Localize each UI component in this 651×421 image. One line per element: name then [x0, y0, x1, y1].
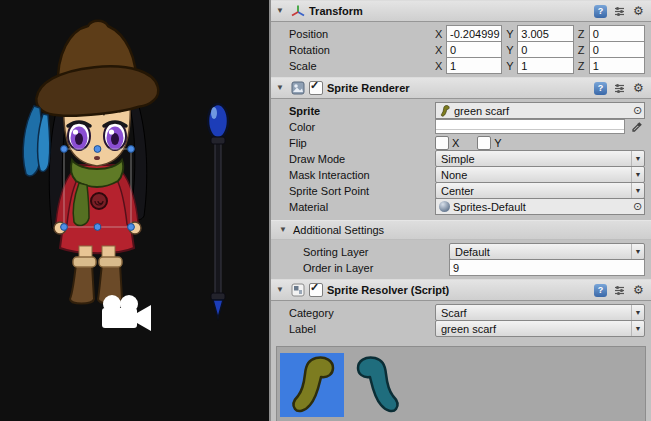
category-row: Category Scarf [277, 305, 645, 320]
help-icon[interactable] [593, 283, 608, 298]
sprite-renderer-header[interactable]: Sprite Renderer [271, 77, 651, 99]
sorting-layer-value: Default [455, 246, 490, 258]
chevron-down-icon [631, 305, 644, 320]
component-title: Sprite Resolver (Script) [327, 284, 449, 296]
foldout-icon[interactable] [279, 226, 289, 234]
mask-interaction-dropdown[interactable]: None [435, 166, 645, 183]
object-picker-icon[interactable] [631, 200, 644, 213]
gear-icon[interactable] [631, 4, 646, 19]
material-value: Sprites-Default [453, 201, 628, 213]
axis-y-label: Y [506, 28, 517, 40]
component-enabled-checkbox[interactable] [309, 283, 323, 297]
camera-gizmo-icon[interactable] [102, 295, 151, 331]
character-sprite[interactable] [23, 21, 160, 304]
gear-icon[interactable] [631, 81, 646, 96]
help-icon[interactable] [593, 4, 608, 19]
sprite-resolver-icon [290, 283, 305, 298]
sprite-renderer-component: Sprite Renderer Sprite [271, 77, 651, 279]
scale-row: Scale X 1 Y 1 Z 1 [277, 58, 645, 73]
axis-y-label: Y [506, 44, 517, 56]
axis-x-label: X [435, 28, 446, 40]
presets-icon[interactable] [612, 283, 627, 298]
sprite-variant-teal-scarf[interactable] [347, 353, 411, 417]
axis-z-label: Z [578, 60, 589, 72]
color-swatch[interactable] [435, 119, 625, 134]
material-row: Material Sprites-Default [277, 199, 645, 214]
sprite-sort-point-row: Sprite Sort Point Center [277, 183, 645, 198]
chevron-down-icon [631, 244, 644, 259]
rotation-z-field[interactable]: 0 [589, 41, 645, 58]
scale-z-field[interactable]: 1 [589, 57, 645, 74]
axis-z-label: Z [578, 44, 589, 56]
chevron-down-icon [631, 183, 644, 198]
sprite-row: Sprite green scarf [277, 103, 645, 118]
foldout-icon[interactable] [276, 7, 286, 15]
axis-x-label: X [435, 44, 446, 56]
position-z-field[interactable]: 0 [589, 25, 645, 42]
component-enabled-checkbox[interactable] [309, 81, 323, 95]
transform-header[interactable]: Transform [271, 0, 651, 22]
additional-settings-title: Additional Settings [293, 224, 384, 236]
color-row: Color [277, 119, 645, 134]
material-sphere-icon [439, 201, 450, 212]
axis-x-label: X [435, 60, 446, 72]
help-icon[interactable] [593, 81, 608, 96]
position-y-field[interactable]: 3.005 [517, 25, 573, 42]
chevron-down-icon [631, 321, 644, 336]
sprite-variant-preview [276, 346, 646, 421]
order-in-layer-row: Order in Layer 9 [277, 260, 645, 275]
eyedropper-icon[interactable] [629, 119, 645, 134]
property-label: Draw Mode [277, 153, 435, 165]
scene-canvas [0, 0, 269, 421]
property-label: Material [277, 201, 435, 213]
flip-y-checkbox[interactable] [477, 136, 491, 150]
rotation-row: Rotation X 0 Y 0 Z 0 [277, 42, 645, 57]
draw-mode-row: Draw Mode Simple [277, 151, 645, 166]
scale-x-field[interactable]: 1 [446, 57, 502, 74]
draw-mode-dropdown[interactable]: Simple [435, 150, 645, 167]
property-label: Scale [277, 60, 435, 72]
component-title: Transform [309, 5, 363, 17]
sprite-thumbnail-icon [439, 105, 451, 117]
additional-settings-foldout[interactable]: Additional Settings [271, 220, 651, 240]
flip-x-checkbox[interactable] [435, 136, 449, 150]
presets-icon[interactable] [612, 4, 627, 19]
position-row: Position X -0.204999 Y 3.005 Z 0 [277, 26, 645, 41]
order-in-layer-field[interactable]: 9 [449, 259, 645, 276]
mask-interaction-row: Mask Interaction None [277, 167, 645, 182]
gear-icon[interactable] [631, 283, 646, 298]
transform-icon [290, 4, 305, 19]
sprite-resolver-header[interactable]: Sprite Resolver (Script) [271, 279, 651, 301]
sprite-object-field[interactable]: green scarf [435, 102, 645, 119]
category-dropdown[interactable]: Scarf [435, 304, 645, 321]
component-title: Sprite Renderer [327, 82, 410, 94]
chevron-down-icon [631, 151, 644, 166]
rotation-y-field[interactable]: 0 [517, 41, 573, 58]
foldout-icon[interactable] [276, 286, 286, 294]
scale-y-field[interactable]: 1 [517, 57, 573, 74]
label-row: Label green scarf [277, 321, 645, 336]
axis-y-label: Y [506, 60, 517, 72]
staff-sprite[interactable] [208, 104, 228, 318]
property-label: Mask Interaction [277, 169, 435, 181]
foldout-icon[interactable] [276, 84, 286, 92]
sorting-layer-dropdown[interactable]: Default [449, 243, 645, 260]
sorting-layer-row: Sorting Layer Default [277, 244, 645, 259]
label-dropdown[interactable]: green scarf [435, 320, 645, 337]
position-x-field[interactable]: -0.204999 [446, 25, 502, 42]
property-label: Sprite [277, 105, 435, 117]
material-object-field[interactable]: Sprites-Default [435, 198, 645, 215]
object-picker-icon[interactable] [631, 104, 644, 117]
property-label: Sprite Sort Point [277, 185, 435, 197]
scene-view[interactable] [0, 0, 269, 421]
sprite-value: green scarf [454, 105, 628, 117]
sprite-sort-point-dropdown[interactable]: Center [435, 182, 645, 199]
property-label: Flip [277, 137, 435, 149]
presets-icon[interactable] [612, 81, 627, 96]
flip-x-label: X [452, 137, 459, 149]
label-value: green scarf [441, 323, 496, 335]
sprite-variant-green-scarf[interactable] [280, 353, 344, 417]
flip-y-label: Y [494, 137, 501, 149]
transform-component: Transform Position [271, 0, 651, 77]
rotation-x-field[interactable]: 0 [446, 41, 502, 58]
